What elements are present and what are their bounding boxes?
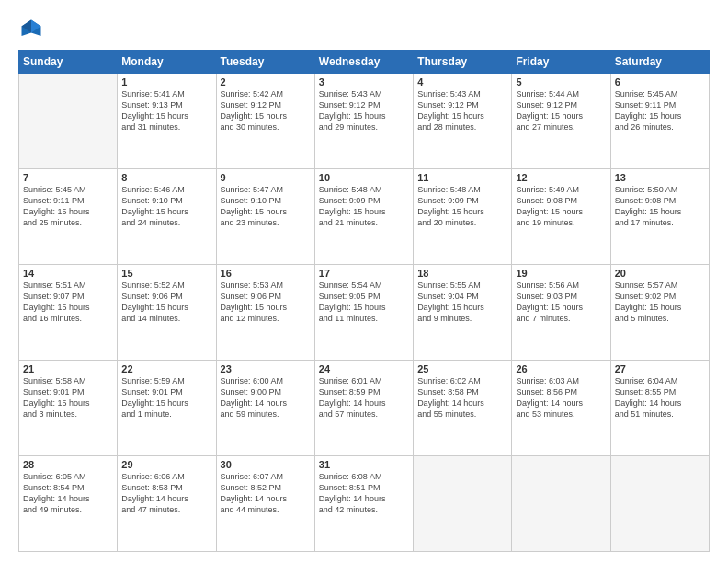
day-number: 27	[615, 363, 705, 374]
calendar-cell: 9Sunrise: 5:47 AM Sunset: 9:10 PM Daylig…	[216, 169, 314, 265]
day-number: 5	[516, 76, 606, 87]
calendar-cell	[19, 74, 118, 169]
calendar-cell: 5Sunrise: 5:44 AM Sunset: 9:12 PM Daylig…	[512, 74, 610, 169]
day-number: 21	[23, 363, 113, 374]
calendar-cell	[414, 456, 512, 552]
calendar-cell: 15Sunrise: 5:52 AM Sunset: 9:06 PM Dayli…	[118, 265, 216, 361]
day-info: Sunrise: 5:50 AM Sunset: 9:08 PM Dayligh…	[615, 184, 705, 229]
logo	[18, 17, 48, 42]
day-info: Sunrise: 5:44 AM Sunset: 9:12 PM Dayligh…	[516, 88, 606, 133]
day-info: Sunrise: 5:41 AM Sunset: 9:13 PM Dayligh…	[121, 88, 211, 133]
day-info: Sunrise: 5:52 AM Sunset: 9:06 PM Dayligh…	[121, 280, 211, 325]
day-number: 15	[121, 268, 211, 279]
day-number: 26	[516, 363, 606, 374]
day-number: 30	[221, 459, 311, 470]
day-number: 14	[23, 268, 113, 279]
calendar-cell: 16Sunrise: 5:53 AM Sunset: 9:06 PM Dayli…	[216, 265, 314, 361]
header	[18, 17, 710, 42]
day-info: Sunrise: 5:45 AM Sunset: 9:11 PM Dayligh…	[23, 184, 113, 229]
day-info: Sunrise: 5:57 AM Sunset: 9:02 PM Dayligh…	[615, 280, 705, 325]
weekday-header-wednesday: Wednesday	[314, 51, 413, 74]
day-info: Sunrise: 5:47 AM Sunset: 9:10 PM Dayligh…	[221, 184, 311, 229]
day-info: Sunrise: 5:49 AM Sunset: 9:08 PM Dayligh…	[516, 184, 606, 229]
calendar-cell	[610, 456, 709, 552]
calendar-cell: 3Sunrise: 5:43 AM Sunset: 9:12 PM Daylig…	[314, 74, 413, 169]
week-row-2: 14Sunrise: 5:51 AM Sunset: 9:07 PM Dayli…	[19, 265, 710, 361]
day-number: 10	[319, 172, 409, 183]
day-info: Sunrise: 5:54 AM Sunset: 9:05 PM Dayligh…	[319, 280, 409, 325]
day-number: 29	[121, 459, 211, 470]
day-info: Sunrise: 6:02 AM Sunset: 8:58 PM Dayligh…	[417, 375, 507, 420]
weekday-header-tuesday: Tuesday	[216, 51, 314, 74]
day-info: Sunrise: 6:00 AM Sunset: 9:00 PM Dayligh…	[221, 375, 311, 420]
weekday-header-row: SundayMondayTuesdayWednesdayThursdayFrid…	[19, 51, 710, 74]
day-number: 22	[121, 363, 211, 374]
calendar-cell: 17Sunrise: 5:54 AM Sunset: 9:05 PM Dayli…	[314, 265, 413, 361]
day-info: Sunrise: 6:04 AM Sunset: 8:55 PM Dayligh…	[615, 375, 705, 420]
day-number: 20	[615, 268, 705, 279]
day-info: Sunrise: 5:43 AM Sunset: 9:12 PM Dayligh…	[417, 88, 507, 133]
calendar-cell: 30Sunrise: 6:07 AM Sunset: 8:52 PM Dayli…	[216, 456, 314, 552]
day-info: Sunrise: 6:01 AM Sunset: 8:59 PM Dayligh…	[319, 375, 409, 420]
day-number: 6	[615, 76, 705, 87]
weekday-header-friday: Friday	[512, 51, 610, 74]
weekday-header-saturday: Saturday	[610, 51, 709, 74]
day-number: 11	[417, 172, 507, 183]
calendar-cell: 11Sunrise: 5:48 AM Sunset: 9:09 PM Dayli…	[414, 169, 512, 265]
day-info: Sunrise: 5:55 AM Sunset: 9:04 PM Dayligh…	[417, 280, 507, 325]
day-number: 28	[23, 459, 113, 470]
weekday-header-sunday: Sunday	[19, 51, 118, 74]
calendar-cell: 24Sunrise: 6:01 AM Sunset: 8:59 PM Dayli…	[314, 361, 413, 456]
day-number: 17	[319, 268, 409, 279]
calendar-cell: 12Sunrise: 5:49 AM Sunset: 9:08 PM Dayli…	[512, 169, 610, 265]
weekday-header-thursday: Thursday	[414, 51, 512, 74]
day-info: Sunrise: 6:03 AM Sunset: 8:56 PM Dayligh…	[516, 375, 606, 420]
calendar-cell: 22Sunrise: 5:59 AM Sunset: 9:01 PM Dayli…	[118, 361, 216, 456]
day-info: Sunrise: 5:45 AM Sunset: 9:11 PM Dayligh…	[615, 88, 705, 133]
day-info: Sunrise: 6:07 AM Sunset: 8:52 PM Dayligh…	[221, 471, 311, 516]
day-number: 9	[221, 172, 311, 183]
day-number: 3	[319, 76, 409, 87]
calendar-cell: 13Sunrise: 5:50 AM Sunset: 9:08 PM Dayli…	[610, 169, 709, 265]
day-number: 7	[23, 172, 113, 183]
calendar-cell: 28Sunrise: 6:05 AM Sunset: 8:54 PM Dayli…	[19, 456, 118, 552]
week-row-1: 7Sunrise: 5:45 AM Sunset: 9:11 PM Daylig…	[19, 169, 710, 265]
day-info: Sunrise: 5:42 AM Sunset: 9:12 PM Dayligh…	[221, 88, 311, 133]
day-number: 16	[221, 268, 311, 279]
day-number: 12	[516, 172, 606, 183]
day-info: Sunrise: 6:06 AM Sunset: 8:53 PM Dayligh…	[121, 471, 211, 516]
calendar-cell: 27Sunrise: 6:04 AM Sunset: 8:55 PM Dayli…	[610, 361, 709, 456]
day-info: Sunrise: 5:48 AM Sunset: 9:09 PM Dayligh…	[319, 184, 409, 229]
calendar-cell	[512, 456, 610, 552]
day-number: 31	[319, 459, 409, 470]
logo-icon	[18, 17, 44, 42]
calendar-cell: 4Sunrise: 5:43 AM Sunset: 9:12 PM Daylig…	[414, 74, 512, 169]
day-info: Sunrise: 5:48 AM Sunset: 9:09 PM Dayligh…	[417, 184, 507, 229]
day-number: 4	[417, 76, 507, 87]
day-info: Sunrise: 5:58 AM Sunset: 9:01 PM Dayligh…	[23, 375, 113, 420]
day-number: 24	[319, 363, 409, 374]
calendar-cell: 6Sunrise: 5:45 AM Sunset: 9:11 PM Daylig…	[610, 74, 709, 169]
day-number: 23	[221, 363, 311, 374]
day-number: 25	[417, 363, 507, 374]
calendar-cell: 7Sunrise: 5:45 AM Sunset: 9:11 PM Daylig…	[19, 169, 118, 265]
calendar-cell: 29Sunrise: 6:06 AM Sunset: 8:53 PM Dayli…	[118, 456, 216, 552]
week-row-3: 21Sunrise: 5:58 AM Sunset: 9:01 PM Dayli…	[19, 361, 710, 456]
calendar-cell: 31Sunrise: 6:08 AM Sunset: 8:51 PM Dayli…	[314, 456, 413, 552]
calendar-cell: 1Sunrise: 5:41 AM Sunset: 9:13 PM Daylig…	[118, 74, 216, 169]
day-info: Sunrise: 5:46 AM Sunset: 9:10 PM Dayligh…	[121, 184, 211, 229]
calendar-cell: 2Sunrise: 5:42 AM Sunset: 9:12 PM Daylig…	[216, 74, 314, 169]
day-number: 18	[417, 268, 507, 279]
calendar-cell: 26Sunrise: 6:03 AM Sunset: 8:56 PM Dayli…	[512, 361, 610, 456]
calendar-cell: 25Sunrise: 6:02 AM Sunset: 8:58 PM Dayli…	[414, 361, 512, 456]
calendar-cell: 14Sunrise: 5:51 AM Sunset: 9:07 PM Dayli…	[19, 265, 118, 361]
day-number: 8	[121, 172, 211, 183]
day-info: Sunrise: 5:56 AM Sunset: 9:03 PM Dayligh…	[516, 280, 606, 325]
weekday-header-monday: Monday	[118, 51, 216, 74]
calendar-cell: 8Sunrise: 5:46 AM Sunset: 9:10 PM Daylig…	[118, 169, 216, 265]
calendar-table: SundayMondayTuesdayWednesdayThursdayFrid…	[18, 50, 710, 552]
day-number: 1	[121, 76, 211, 87]
day-number: 19	[516, 268, 606, 279]
week-row-0: 1Sunrise: 5:41 AM Sunset: 9:13 PM Daylig…	[19, 74, 710, 169]
calendar-cell: 23Sunrise: 6:00 AM Sunset: 9:00 PM Dayli…	[216, 361, 314, 456]
